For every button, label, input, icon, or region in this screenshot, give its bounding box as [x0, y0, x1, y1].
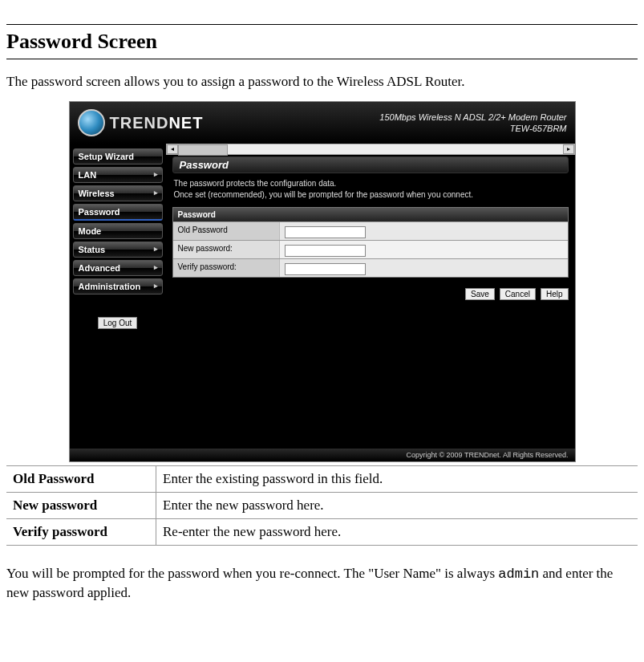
description-table: Old Password Enter the existing password… [6, 465, 638, 546]
model-line1: 150Mbps Wireless N ADSL 2/2+ Modem Route… [379, 112, 566, 123]
router-footer: Copyright © 2009 TRENDnet. All Rights Re… [70, 449, 575, 461]
desc-key: Verify password [6, 519, 156, 546]
desc-val: Re-enter the new password here. [156, 519, 638, 546]
password-form: Password Old Password New password: Veri… [172, 207, 569, 278]
panel-desc-line2: Once set (recommended), you will be prom… [174, 189, 567, 201]
new-password-label: New password: [173, 241, 280, 258]
verify-password-label: Verify password: [173, 259, 280, 277]
desc-key: Old Password [6, 466, 156, 493]
page-title: Password Screen [6, 24, 638, 59]
model-line2: TEW-657BRM [379, 123, 566, 134]
nav-mode[interactable]: Mode [73, 223, 163, 239]
table-row: Old Password Enter the existing password… [6, 466, 638, 493]
model-label: 150Mbps Wireless N ADSL 2/2+ Modem Route… [379, 112, 566, 135]
outro-text: You will be prompted for the password wh… [6, 565, 638, 603]
cancel-button[interactable]: Cancel [500, 288, 536, 300]
panel-description: The password protects the configuration … [174, 178, 567, 201]
new-password-input[interactable] [285, 245, 366, 257]
save-button[interactable]: Save [465, 288, 495, 300]
scroll-right-arrow-icon[interactable]: ▸ [563, 144, 574, 154]
outro-pre: You will be prompted for the password wh… [6, 566, 498, 581]
desc-key: New password [6, 493, 156, 519]
router-screenshot: TRENDNET 150Mbps Wireless N ADSL 2/2+ Mo… [69, 101, 576, 462]
horizontal-scrollbar[interactable]: ◂ ▸ [166, 144, 575, 155]
nav-wireless[interactable]: Wireless [73, 185, 163, 201]
nav-advanced[interactable]: Advanced [73, 260, 163, 276]
intro-text: The password screen allows you to assign… [6, 74, 638, 90]
globe-icon [78, 109, 105, 136]
sidebar: Setup Wizard LAN Wireless Password Mode … [70, 144, 166, 449]
main-panel: ◂ ▸ Password The password protects the c… [166, 144, 575, 449]
help-button[interactable]: Help [541, 288, 569, 300]
old-password-label: Old Password [173, 222, 280, 240]
outro-code: admin [498, 567, 539, 582]
panel-title: Password [172, 156, 569, 173]
nav-status[interactable]: Status [73, 242, 163, 258]
brand-text: TRENDNET [110, 114, 204, 132]
brand-logo: TRENDNET [78, 109, 204, 136]
button-row: Save Cancel Help [172, 286, 569, 300]
old-password-input[interactable] [285, 226, 366, 238]
nav-setup-wizard[interactable]: Setup Wizard [73, 148, 163, 164]
logout-button[interactable]: Log Out [98, 317, 138, 329]
scroll-thumb[interactable] [178, 144, 228, 156]
table-row: Verify password Re-enter the new passwor… [6, 519, 638, 546]
verify-password-input[interactable] [285, 263, 366, 275]
nav-administration[interactable]: Administration [73, 278, 163, 294]
nav-lan[interactable]: LAN [73, 167, 163, 183]
desc-val: Enter the new password here. [156, 493, 638, 519]
router-header: TRENDNET 150Mbps Wireless N ADSL 2/2+ Mo… [70, 102, 575, 144]
table-row: New password Enter the new password here… [6, 493, 638, 519]
form-header: Password [173, 208, 568, 221]
nav-password[interactable]: Password [73, 204, 163, 221]
scroll-left-arrow-icon[interactable]: ◂ [167, 144, 178, 154]
desc-val: Enter the existing password in this fiel… [156, 466, 638, 493]
panel-desc-line1: The password protects the configuration … [174, 178, 567, 189]
